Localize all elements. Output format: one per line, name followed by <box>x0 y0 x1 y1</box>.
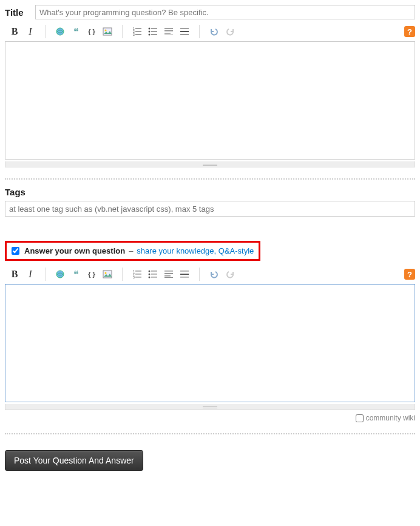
svg-rect-30 <box>135 277 141 278</box>
svg-point-11 <box>149 31 151 33</box>
self-answer-dash: – <box>129 246 133 255</box>
svg-text:3: 3 <box>133 275 135 279</box>
heading-icon[interactable] <box>163 25 175 38</box>
svg-point-13 <box>149 34 151 36</box>
svg-rect-23 <box>103 271 112 278</box>
olist-icon[interactable]: 123 <box>131 25 143 38</box>
toolbar-separator <box>199 25 200 38</box>
italic-icon[interactable]: I <box>24 268 36 280</box>
svg-rect-34 <box>151 274 157 275</box>
svg-point-31 <box>149 271 151 272</box>
code-icon[interactable]: { } <box>86 268 98 280</box>
toolbar-separator <box>199 268 200 281</box>
code-icon[interactable]: { } <box>86 25 98 38</box>
community-wiki-checkbox[interactable] <box>356 414 364 422</box>
svg-point-35 <box>149 277 151 278</box>
link-icon[interactable] <box>54 25 66 38</box>
svg-rect-4 <box>135 28 141 29</box>
svg-rect-41 <box>180 271 189 272</box>
question-resize-grip[interactable] <box>5 161 415 167</box>
italic-icon[interactable]: I <box>24 25 36 38</box>
svg-rect-17 <box>164 33 171 34</box>
title-label: Title <box>5 7 35 18</box>
question-editor-toolbar: B I ❝ { } 123 ? <box>5 23 415 41</box>
svg-rect-19 <box>180 28 189 29</box>
answer-resize-grip[interactable] <box>5 404 415 410</box>
quote-icon[interactable]: ❝ <box>70 25 82 38</box>
bold-icon[interactable]: B <box>8 268 21 280</box>
svg-rect-10 <box>151 28 157 29</box>
svg-rect-1 <box>103 28 112 35</box>
svg-rect-38 <box>164 273 173 274</box>
section-separator <box>5 178 415 180</box>
answer-editor-toolbar: B I ❝ { } 123 ? <box>5 266 415 284</box>
tags-label: Tags <box>5 187 415 197</box>
self-answer-help-link[interactable]: share your knowledge, Q&A-style <box>137 246 254 255</box>
svg-point-33 <box>149 274 151 275</box>
answer-body-textarea[interactable] <box>5 284 415 402</box>
quote-icon[interactable]: ❝ <box>70 268 82 280</box>
self-answer-checkbox[interactable] <box>12 247 19 255</box>
svg-text:3: 3 <box>133 33 135 36</box>
section-separator <box>5 433 415 434</box>
svg-rect-15 <box>164 28 173 29</box>
svg-rect-20 <box>180 31 189 32</box>
bold-icon[interactable]: B <box>8 25 21 38</box>
hr-icon[interactable] <box>178 25 191 38</box>
toolbar-separator <box>122 25 123 38</box>
svg-rect-43 <box>180 277 189 278</box>
svg-rect-21 <box>180 34 189 35</box>
svg-rect-8 <box>135 34 141 35</box>
toolbar-separator <box>122 268 123 281</box>
svg-rect-12 <box>151 31 157 32</box>
submit-button[interactable]: Post Your Question And Answer <box>5 450 143 471</box>
svg-point-0 <box>56 28 64 35</box>
hr-icon[interactable] <box>178 268 191 280</box>
ulist-icon[interactable] <box>147 25 159 38</box>
question-body-textarea[interactable] <box>5 41 415 160</box>
svg-point-2 <box>105 30 107 32</box>
community-wiki-label: community wiki <box>366 414 415 422</box>
toolbar-separator <box>45 268 46 281</box>
svg-rect-42 <box>180 274 189 275</box>
svg-rect-28 <box>135 274 141 275</box>
redo-icon[interactable] <box>224 268 236 280</box>
self-answer-label: Answer your own question <box>24 246 125 255</box>
olist-icon[interactable]: 123 <box>131 268 143 280</box>
svg-point-22 <box>56 271 64 278</box>
title-input[interactable] <box>35 5 415 19</box>
title-row: Title <box>5 5 415 19</box>
editor-help-button[interactable]: ? <box>404 26 415 37</box>
heading-icon[interactable] <box>163 268 175 280</box>
link-icon[interactable] <box>54 268 66 280</box>
redo-icon[interactable] <box>224 25 236 38</box>
undo-icon[interactable] <box>208 25 220 38</box>
svg-rect-14 <box>151 34 157 35</box>
image-icon[interactable] <box>101 268 113 280</box>
svg-rect-16 <box>164 30 173 32</box>
tags-input[interactable] <box>5 201 415 217</box>
svg-rect-37 <box>164 271 173 272</box>
undo-icon[interactable] <box>208 268 220 280</box>
svg-rect-32 <box>151 271 157 272</box>
editor-help-button[interactable]: ? <box>404 269 415 280</box>
community-wiki-row: community wiki <box>5 414 415 422</box>
toolbar-separator <box>45 25 46 38</box>
ulist-icon[interactable] <box>147 268 159 280</box>
svg-rect-39 <box>164 275 171 277</box>
svg-rect-26 <box>135 271 141 272</box>
svg-rect-40 <box>164 277 173 278</box>
svg-rect-6 <box>135 31 141 32</box>
svg-rect-36 <box>151 277 157 278</box>
svg-point-24 <box>105 272 107 274</box>
image-icon[interactable] <box>101 25 113 38</box>
svg-rect-18 <box>164 35 173 35</box>
svg-point-9 <box>149 28 151 30</box>
self-answer-checkbox-row: Answer your own question – share your kn… <box>5 241 260 261</box>
